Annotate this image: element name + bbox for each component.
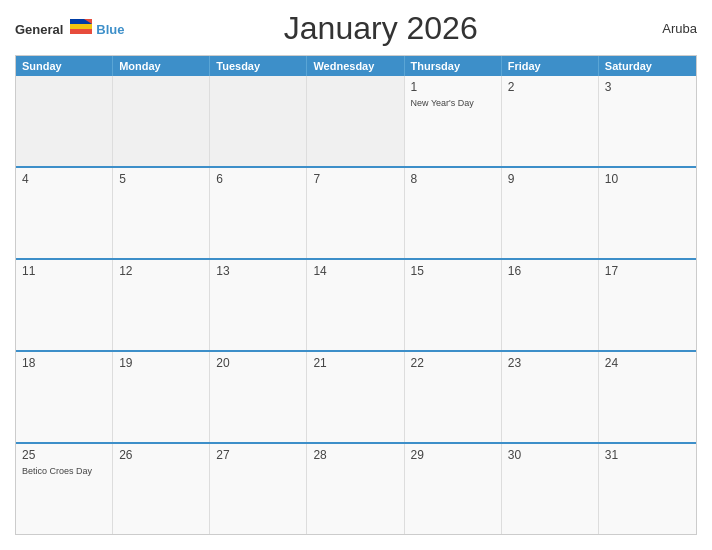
day-cell: 11: [16, 260, 113, 350]
calendar-header: General Blue January 2026 Aruba: [15, 10, 697, 47]
day-event: New Year's Day: [411, 98, 495, 110]
day-number: 15: [411, 264, 495, 278]
day-number: 23: [508, 356, 592, 370]
logo-general: General: [15, 22, 63, 37]
day-cell: 7: [307, 168, 404, 258]
week-row-1: 1New Year's Day23: [16, 76, 696, 166]
day-cell: 24: [599, 352, 696, 442]
day-cell: 16: [502, 260, 599, 350]
day-header-wednesday: Wednesday: [307, 56, 404, 76]
day-cell: [16, 76, 113, 166]
day-cell: 10: [599, 168, 696, 258]
logo-flag-icon: [70, 19, 92, 34]
week-row-3: 11121314151617: [16, 258, 696, 350]
day-number: 17: [605, 264, 690, 278]
svg-rect-2: [70, 29, 92, 34]
day-number: 6: [216, 172, 300, 186]
week-row-2: 45678910: [16, 166, 696, 258]
logo-blue: Blue: [96, 22, 124, 37]
day-number: 18: [22, 356, 106, 370]
calendar-container: General Blue January 2026 Aruba SundayMo…: [0, 0, 712, 550]
day-number: 28: [313, 448, 397, 462]
day-header-sunday: Sunday: [16, 56, 113, 76]
day-headers: SundayMondayTuesdayWednesdayThursdayFrid…: [16, 56, 696, 76]
logo: General Blue: [15, 19, 125, 38]
day-number: 20: [216, 356, 300, 370]
day-number: 14: [313, 264, 397, 278]
day-number: 30: [508, 448, 592, 462]
day-number: 16: [508, 264, 592, 278]
day-cell: 30: [502, 444, 599, 534]
day-header-friday: Friday: [502, 56, 599, 76]
day-number: 3: [605, 80, 690, 94]
day-cell: 13: [210, 260, 307, 350]
day-header-thursday: Thursday: [405, 56, 502, 76]
day-number: 26: [119, 448, 203, 462]
day-cell: 2: [502, 76, 599, 166]
day-cell: 25Betico Croes Day: [16, 444, 113, 534]
calendar-title: January 2026: [125, 10, 638, 47]
day-cell: 26: [113, 444, 210, 534]
day-cell: 17: [599, 260, 696, 350]
day-number: 4: [22, 172, 106, 186]
day-cell: 15: [405, 260, 502, 350]
day-number: 25: [22, 448, 106, 462]
day-number: 24: [605, 356, 690, 370]
day-cell: 14: [307, 260, 404, 350]
day-header-monday: Monday: [113, 56, 210, 76]
day-header-tuesday: Tuesday: [210, 56, 307, 76]
day-number: 2: [508, 80, 592, 94]
day-cell: 28: [307, 444, 404, 534]
day-number: 1: [411, 80, 495, 94]
day-cell: 29: [405, 444, 502, 534]
day-cell: 23: [502, 352, 599, 442]
day-cell: 9: [502, 168, 599, 258]
day-cell: 31: [599, 444, 696, 534]
day-cell: 22: [405, 352, 502, 442]
day-number: 27: [216, 448, 300, 462]
day-number: 11: [22, 264, 106, 278]
calendar-grid: SundayMondayTuesdayWednesdayThursdayFrid…: [15, 55, 697, 535]
day-number: 31: [605, 448, 690, 462]
day-number: 9: [508, 172, 592, 186]
week-row-5: 25Betico Croes Day262728293031: [16, 442, 696, 534]
country-label: Aruba: [637, 21, 697, 36]
day-cell: 12: [113, 260, 210, 350]
day-cell: 18: [16, 352, 113, 442]
day-number: 8: [411, 172, 495, 186]
day-cell: 20: [210, 352, 307, 442]
day-number: 13: [216, 264, 300, 278]
day-cell: 3: [599, 76, 696, 166]
day-cell: 8: [405, 168, 502, 258]
day-cell: 1New Year's Day: [405, 76, 502, 166]
day-cell: [210, 76, 307, 166]
week-row-4: 18192021222324: [16, 350, 696, 442]
day-number: 12: [119, 264, 203, 278]
day-number: 7: [313, 172, 397, 186]
day-number: 21: [313, 356, 397, 370]
weeks-container: 1New Year's Day2345678910111213141516171…: [16, 76, 696, 534]
day-number: 29: [411, 448, 495, 462]
svg-rect-1: [70, 24, 92, 29]
day-cell: 19: [113, 352, 210, 442]
day-number: 10: [605, 172, 690, 186]
day-cell: [113, 76, 210, 166]
day-cell: 4: [16, 168, 113, 258]
day-number: 19: [119, 356, 203, 370]
day-cell: 27: [210, 444, 307, 534]
day-cell: 21: [307, 352, 404, 442]
day-cell: 6: [210, 168, 307, 258]
day-event: Betico Croes Day: [22, 466, 106, 478]
day-cell: 5: [113, 168, 210, 258]
day-cell: [307, 76, 404, 166]
day-number: 22: [411, 356, 495, 370]
day-number: 5: [119, 172, 203, 186]
day-header-saturday: Saturday: [599, 56, 696, 76]
